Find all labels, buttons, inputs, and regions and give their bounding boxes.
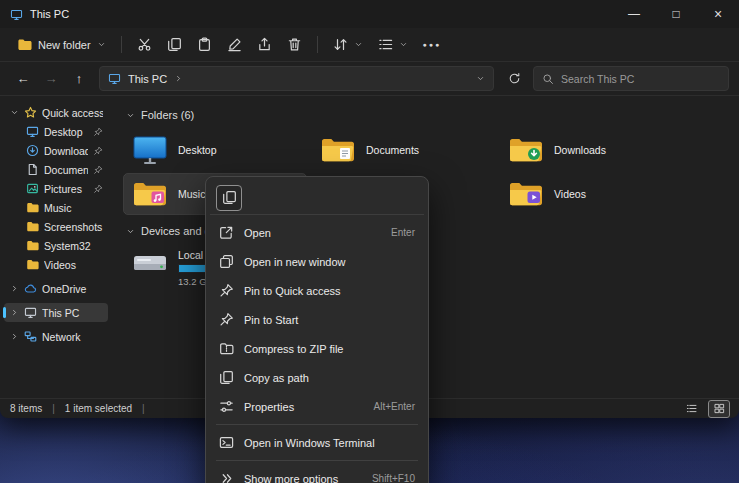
sort-icon bbox=[333, 37, 348, 52]
search-input[interactable] bbox=[561, 73, 720, 85]
sidebar-item-label: Music bbox=[44, 202, 103, 214]
rename-button[interactable] bbox=[220, 32, 249, 57]
picture-icon bbox=[26, 182, 39, 195]
sidebar-item-desktop[interactable]: Desktop bbox=[4, 122, 108, 141]
maximize-button[interactable]: □ bbox=[655, 0, 697, 28]
chevron-right-icon[interactable] bbox=[10, 308, 19, 317]
view-button[interactable] bbox=[371, 32, 415, 57]
delete-button[interactable] bbox=[280, 32, 309, 57]
double-chevron-icon bbox=[219, 471, 234, 483]
folder-tile-documents[interactable]: Documents bbox=[312, 130, 494, 170]
back-button[interactable]: ← bbox=[10, 66, 36, 92]
menu-item-pin-to-quick-access[interactable]: Pin to Quick access bbox=[210, 276, 424, 305]
menu-item-open[interactable]: Open Enter bbox=[210, 218, 424, 247]
menu-separator bbox=[216, 424, 418, 425]
sidebar-item-quick-access[interactable]: Quick access bbox=[4, 103, 108, 122]
desktop-icon bbox=[132, 135, 168, 165]
titlebar: This PC — □ × bbox=[0, 0, 739, 28]
menu-item-label: Pin to Quick access bbox=[244, 285, 405, 297]
up-button[interactable]: ↑ bbox=[66, 66, 92, 92]
sort-button[interactable] bbox=[326, 32, 370, 57]
this-pc-icon bbox=[24, 306, 37, 319]
sidebar-item-videos[interactable]: Videos bbox=[4, 255, 108, 274]
terminal-icon bbox=[219, 435, 234, 450]
search-icon bbox=[542, 73, 554, 85]
desktop-wallpaper: This PC — □ × New folder bbox=[0, 0, 739, 483]
large-icons-view-button[interactable] bbox=[709, 401, 729, 417]
chevron-right-icon[interactable] bbox=[174, 74, 183, 83]
menu-item-shortcut: Enter bbox=[391, 227, 415, 238]
chevron-down-icon[interactable] bbox=[126, 227, 135, 236]
folders-section-header[interactable]: Folders (6) bbox=[126, 106, 739, 124]
folder-tile-videos[interactable]: Videos bbox=[500, 174, 682, 214]
chevron-down-icon[interactable] bbox=[10, 108, 19, 117]
search-box[interactable] bbox=[533, 66, 729, 91]
sidebar-item-label: OneDrive bbox=[42, 283, 103, 295]
paste-icon bbox=[197, 37, 212, 52]
open-icon bbox=[219, 225, 234, 240]
chevron-down-icon[interactable] bbox=[476, 74, 485, 83]
chevron-down-icon[interactable] bbox=[126, 111, 135, 120]
chevron-right-icon[interactable] bbox=[10, 284, 19, 293]
context-menu-icon-row bbox=[210, 181, 424, 215]
menu-item-properties[interactable]: Properties Alt+Enter bbox=[210, 392, 424, 421]
menu-item-shortcut: Alt+Enter bbox=[374, 401, 415, 412]
more-options-button[interactable]: ●●● bbox=[416, 36, 449, 53]
menu-item-show-more-options[interactable]: Show more options Shift+F10 bbox=[210, 464, 424, 483]
sidebar-item-label: System32 bbox=[44, 240, 103, 252]
menu-item-open-in-windows-terminal[interactable]: Open in Windows Terminal bbox=[210, 428, 424, 457]
paste-button[interactable] bbox=[190, 32, 219, 57]
folder-name: Music bbox=[178, 188, 205, 200]
videos-folder-icon bbox=[508, 179, 544, 209]
sidebar-item-label: Network bbox=[42, 331, 103, 343]
forward-button[interactable]: → bbox=[38, 66, 64, 92]
details-view-button[interactable] bbox=[681, 401, 701, 417]
sidebar-item-label: This PC bbox=[42, 307, 103, 319]
folder-icon bbox=[26, 220, 39, 233]
sidebar-item-documents[interactable]: Documents bbox=[4, 160, 108, 179]
sidebar-item-onedrive[interactable]: OneDrive bbox=[4, 279, 108, 298]
copy-button[interactable] bbox=[160, 32, 189, 57]
maximize-icon: □ bbox=[672, 8, 679, 20]
network-icon bbox=[24, 330, 37, 343]
sidebar-item-downloads[interactable]: Downloads bbox=[4, 141, 108, 160]
this-pc-icon bbox=[108, 72, 121, 85]
chevron-right-icon[interactable] bbox=[10, 332, 19, 341]
new-folder-button[interactable]: New folder bbox=[10, 32, 113, 57]
menu-item-label: Copy as path bbox=[244, 372, 405, 384]
menu-item-compress-to-zip[interactable]: Compress to ZIP file bbox=[210, 334, 424, 363]
cut-button[interactable] bbox=[130, 32, 159, 57]
sidebar-item-label: Screenshots bbox=[44, 221, 103, 233]
minimize-button[interactable]: — bbox=[613, 0, 655, 28]
breadcrumb[interactable]: This PC bbox=[128, 73, 167, 85]
close-button[interactable]: × bbox=[697, 0, 739, 28]
forward-icon: → bbox=[45, 71, 58, 86]
toolbar-divider bbox=[317, 36, 318, 53]
share-button[interactable] bbox=[250, 32, 279, 57]
pin-icon bbox=[93, 127, 103, 137]
menu-item-copy-as-path[interactable]: Copy as path bbox=[210, 363, 424, 392]
folder-icon bbox=[26, 258, 39, 271]
menu-item-pin-to-start[interactable]: Pin to Start bbox=[210, 305, 424, 334]
navigation-pane: Quick access Desktop Downloads Documents bbox=[0, 96, 112, 398]
sidebar-item-network[interactable]: Network bbox=[4, 327, 108, 346]
zip-icon bbox=[219, 341, 234, 356]
sidebar-item-system32[interactable]: System32 bbox=[4, 236, 108, 255]
menu-item-label: Properties bbox=[244, 401, 364, 413]
music-folder-icon bbox=[132, 179, 168, 209]
refresh-button[interactable] bbox=[501, 66, 527, 92]
sidebar-item-pictures[interactable]: Pictures bbox=[4, 179, 108, 198]
back-icon: ← bbox=[17, 71, 30, 86]
folder-tile-downloads[interactable]: Downloads bbox=[500, 130, 682, 170]
sidebar-item-this-pc[interactable]: This PC bbox=[4, 303, 108, 322]
sidebar-item-music[interactable]: Music bbox=[4, 198, 108, 217]
folder-tile-desktop[interactable]: Desktop bbox=[124, 130, 306, 170]
copy-button[interactable] bbox=[216, 185, 242, 211]
menu-separator bbox=[216, 460, 418, 461]
address-bar[interactable]: This PC bbox=[99, 66, 494, 91]
sidebar-item-label: Desktop bbox=[44, 126, 88, 138]
sidebar-item-label: Documents bbox=[44, 164, 88, 176]
sidebar-item-screenshots[interactable]: Screenshots bbox=[4, 217, 108, 236]
menu-item-open-in-new-window[interactable]: Open in new window bbox=[210, 247, 424, 276]
pin-icon bbox=[93, 146, 103, 156]
